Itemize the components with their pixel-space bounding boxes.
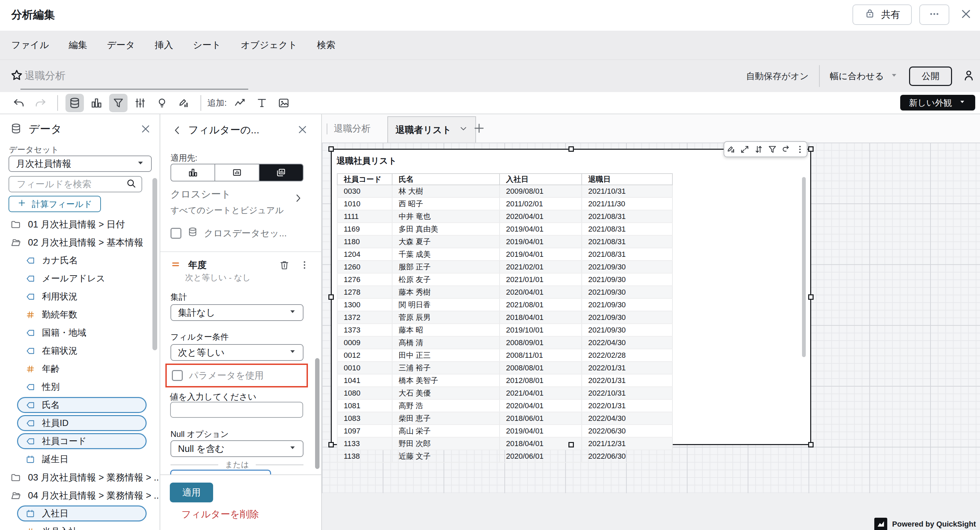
table-row[interactable]: 1080大石 美優2021/04/012022/10/31 xyxy=(337,387,673,399)
ml-edit-button[interactable] xyxy=(726,145,736,154)
favorite-star-icon[interactable] xyxy=(10,68,24,84)
field-item[interactable]: 利用状況 xyxy=(0,288,160,306)
table-row[interactable]: 1372菅原 辰男2018/04/012021/09/30 xyxy=(337,311,673,324)
apply-target-bar-chart[interactable] xyxy=(171,164,215,181)
field-search-input[interactable] xyxy=(16,179,126,190)
sort-vert-button[interactable] xyxy=(754,145,764,154)
add-text-button[interactable] xyxy=(253,94,271,112)
condition-select[interactable]: 次と等しい xyxy=(170,344,304,361)
field-item[interactable]: 入社日 xyxy=(0,505,160,522)
selection-handle-top-left[interactable] xyxy=(328,146,334,152)
new-look-button[interactable]: 新しい外観 xyxy=(900,95,975,110)
field-item[interactable]: 社員ID xyxy=(0,414,160,432)
loop-button[interactable] xyxy=(781,145,791,154)
column-header[interactable]: 社員コード xyxy=(337,173,392,185)
add-calculated-field-button[interactable]: 計算フィールド xyxy=(8,196,101,212)
table-visual[interactable]: 退職社員リスト 社員コード氏名入社日退職日0030林 大樹2009/08/012… xyxy=(331,149,811,445)
column-header[interactable]: 退職日 xyxy=(582,173,673,185)
table-row[interactable]: 1111中井 竜也2020/04/012021/08/31 xyxy=(337,210,673,223)
sheet-tab-taishoku-bunseki[interactable]: 退職分析 xyxy=(334,114,371,143)
filter-value-input[interactable] xyxy=(171,403,302,417)
publish-button[interactable]: 公開 xyxy=(909,67,952,86)
field-item[interactable]: 氏名 xyxy=(0,396,160,414)
filter-panel-close-icon[interactable] xyxy=(297,124,308,137)
menu-item-6[interactable]: 検索 xyxy=(317,39,336,51)
use-parameter-checkbox[interactable] xyxy=(172,370,183,381)
table-row[interactable]: 1278藤本 秀樹2020/04/012021/09/30 xyxy=(337,286,673,298)
user-profile-icon[interactable] xyxy=(962,69,975,83)
cross-sheet-label[interactable]: クロスシート xyxy=(170,188,231,201)
folder-item[interactable]: 02 月次社員情報 > 基本情報 xyxy=(0,233,160,251)
table-row[interactable]: 1373藤本 昭2019/10/012021/09/30 xyxy=(337,324,673,336)
redo-button[interactable] xyxy=(31,94,50,112)
folder-item[interactable]: 01 月次社員情報 > 日付 xyxy=(0,215,160,233)
selection-handle-top-middle[interactable] xyxy=(568,146,574,152)
kebab-button[interactable] xyxy=(795,145,805,154)
analysis-name-input[interactable]: 退職分析 xyxy=(25,69,65,83)
table-row[interactable]: 1169多田 真由美2019/04/012021/08/31 xyxy=(337,223,673,236)
add-line-chart-button[interactable] xyxy=(231,94,249,112)
share-button[interactable]: 共有 xyxy=(853,5,912,25)
menu-item-2[interactable]: データ xyxy=(107,39,135,51)
table-row[interactable]: 1204千葉 成美2019/04/012021/08/31 xyxy=(337,248,673,261)
search-icon[interactable] xyxy=(126,178,137,190)
field-item[interactable]: 当月入社 xyxy=(0,522,160,530)
table-row[interactable]: 1180大森 夏子2019/04/012021/08/31 xyxy=(337,236,673,248)
add-sheet-icon[interactable] xyxy=(473,122,485,136)
folder-item[interactable]: 03 月次社員情報 > 業務情報 > ... xyxy=(0,468,160,486)
apply-filter-button[interactable]: 適用 xyxy=(170,482,213,502)
field-item[interactable]: 年齢 xyxy=(0,360,160,378)
table-row[interactable]: 0030林 大樹2009/08/012021/10/31 xyxy=(337,185,673,197)
sheet-tab-taishokusha-list[interactable]: 退職者リスト xyxy=(387,116,476,143)
field-item[interactable]: 国籍・地域 xyxy=(0,324,160,342)
cross-dataset-checkbox[interactable] xyxy=(170,228,181,239)
table-row[interactable]: 1081高野 浩2020/04/012022/01/31 xyxy=(337,399,673,412)
bulb-button[interactable] xyxy=(153,94,171,112)
chevron-down-icon[interactable] xyxy=(459,124,468,135)
field-item[interactable]: 性別 xyxy=(0,378,160,396)
menu-item-4[interactable]: シート xyxy=(193,39,221,51)
bar-chart-button[interactable] xyxy=(87,94,106,112)
menu-item-0[interactable]: ファイル xyxy=(11,39,49,51)
apply-target-visual-single[interactable] xyxy=(215,164,259,181)
table-scrollbar[interactable] xyxy=(802,177,806,357)
back-chevron-icon[interactable] xyxy=(172,124,183,137)
menu-item-5[interactable]: オブジェクト xyxy=(241,39,298,51)
selection-handle-top-right[interactable] xyxy=(808,146,814,152)
selection-handle-bottom-right[interactable] xyxy=(808,442,814,447)
fit-width-dropdown[interactable]: 幅に合わせる xyxy=(830,70,899,82)
table-row[interactable]: 1300関 明日香2021/08/012021/09/30 xyxy=(337,298,673,311)
sliders-button[interactable] xyxy=(131,94,150,112)
dataset-select[interactable]: 月次社員情報 xyxy=(8,156,152,172)
selection-handle-bottom-left[interactable] xyxy=(328,442,334,447)
column-header[interactable]: 入社日 xyxy=(500,173,582,185)
add-image-button[interactable] xyxy=(275,94,293,112)
data-panel-close-icon[interactable] xyxy=(140,123,151,136)
selection-handle-middle-left[interactable] xyxy=(328,294,334,300)
drag-handle-icon[interactable] xyxy=(170,259,181,271)
funnel-button[interactable] xyxy=(768,145,777,154)
table-row[interactable]: 1041橋本 美智子2012/08/012022/01/31 xyxy=(337,374,673,387)
field-item[interactable]: メールアドレス xyxy=(0,269,160,288)
close-icon[interactable] xyxy=(959,8,972,22)
more-options-button[interactable] xyxy=(919,5,949,25)
funnel-button[interactable] xyxy=(109,94,127,112)
field-item[interactable]: 誕生日 xyxy=(0,450,160,468)
table-row[interactable]: 0009髙橋 清2008/09/012022/04/30 xyxy=(337,336,673,349)
apply-target-visual-multi[interactable] xyxy=(259,164,303,181)
trash-icon[interactable] xyxy=(279,259,290,272)
column-header[interactable]: 氏名 xyxy=(392,173,500,185)
table-row[interactable]: 1133野田 次郎2018/04/012021/12/31 xyxy=(337,437,673,450)
table-row[interactable]: 1010西 昭子2011/02/012021/11/30 xyxy=(337,197,673,210)
table-row[interactable]: 1276松原 友子2021/01/012021/09/30 xyxy=(337,273,673,286)
kebab-menu-icon[interactable] xyxy=(299,260,310,272)
field-item[interactable]: カナ氏名 xyxy=(0,251,160,269)
table-row[interactable]: 1138近藤 文子2020/06/012022/06/30 xyxy=(337,450,673,463)
delete-filter-link[interactable]: フィルターを削除 xyxy=(181,508,259,521)
expand-button[interactable] xyxy=(740,145,749,154)
field-item[interactable]: 勤続年数 xyxy=(0,306,160,324)
null-option-select[interactable]: Null を含む xyxy=(170,440,304,457)
table-row[interactable]: 1260服部 正子2021/02/012021/09/30 xyxy=(337,261,673,273)
menu-item-3[interactable]: 挿入 xyxy=(155,39,173,51)
aggregation-select[interactable]: 集計なし xyxy=(170,304,304,321)
